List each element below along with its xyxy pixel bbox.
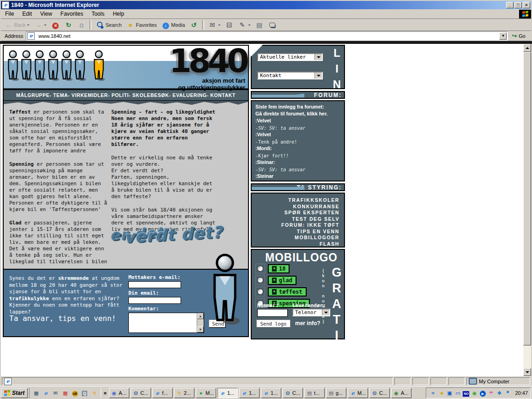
forum-post-author[interactable]: :Mordi: <box>255 145 340 151</box>
toolbar-button[interactable] <box>236 20 253 30</box>
menu-item[interactable]: Edit <box>18 10 36 18</box>
quicklaunch-icon[interactable] <box>80 389 89 397</box>
chevron-down-icon[interactable] <box>314 54 322 60</box>
toolbar-button[interactable] <box>202 20 204 30</box>
leverandor-dropdown[interactable]: Telenor <box>292 308 330 316</box>
sidebar-link[interactable]: TRAFIKKSKOLER <box>256 197 339 204</box>
tray-icon[interactable] <box>446 389 453 397</box>
taskbar-window-button[interactable]: M... <box>196 388 216 398</box>
menu-item[interactable]: File <box>1 10 18 18</box>
nav-link[interactable]: MÅLGRUPPE <box>16 92 50 98</box>
scrollbar-up-icon[interactable] <box>523 44 531 52</box>
toolbar-button[interactable] <box>266 20 278 30</box>
window-titlebar[interactable]: e 1840 - Microsoft Internet Explorer _ □… <box>1 1 531 9</box>
address-dropdown-button[interactable]: ▼ <box>499 32 507 40</box>
quicklaunch-icon[interactable] <box>42 389 50 397</box>
links-dropdown-kontakt[interactable]: Kontakt <box>257 72 323 79</box>
taskbar-window-button[interactable]: t... <box>304 388 325 398</box>
mobile-logo-preview[interactable]: 18 <box>268 264 290 273</box>
sidebar-link[interactable]: MOBILLOGOER <box>256 235 339 241</box>
mobile-logo-preview[interactable]: tøffest <box>268 287 307 296</box>
scroll-up-icon[interactable]: ▲ <box>197 313 204 319</box>
forum-post[interactable]: :Mordi: -Kjør fort!! <box>255 145 340 159</box>
dropdown-caret-icon[interactable] <box>44 24 47 27</box>
toolbar-button[interactable] <box>75 20 87 30</box>
restore-button[interactable]: □ <box>514 2 522 8</box>
nav-link[interactable]: VIRKEMIDLER <box>68 92 108 98</box>
tray-icon[interactable] <box>479 389 486 397</box>
taskbar-window-button[interactable]: M... <box>348 388 368 398</box>
sidebar-link[interactable]: SPØR EKSPERTEN <box>256 210 339 216</box>
taskbar-window-button[interactable]: g... <box>326 388 346 398</box>
sidebar-link[interactable]: TIPS EN VENN <box>256 229 339 235</box>
taskbar-window-button[interactable]: 1... <box>218 388 238 398</box>
taskbar-window-button[interactable]: 2... <box>174 388 194 398</box>
taskbar-window-button[interactable]: C... <box>283 388 303 398</box>
taskbar-window-button[interactable]: f... <box>152 388 173 398</box>
logo-radio-button[interactable] <box>257 266 263 272</box>
mer-info-link[interactable]: mer info? <box>295 320 320 326</box>
quicklaunch-icon[interactable] <box>32 389 40 397</box>
tray-icon[interactable] <box>437 389 445 397</box>
toolbar-button[interactable] <box>49 20 61 30</box>
nav-link[interactable]: EVALUERING <box>169 92 207 98</box>
tray-icon[interactable] <box>454 389 461 397</box>
dropdown-caret-icon[interactable] <box>248 24 251 27</box>
mobile-logo-preview[interactable]: glad <box>268 276 296 285</box>
forum-post-reply[interactable]: -Tenk på andre! <box>255 139 297 145</box>
forum-post-author[interactable]: :Steinar <box>255 173 340 179</box>
toolbar-button[interactable] <box>188 20 200 30</box>
quicklaunch-icon[interactable] <box>71 389 79 397</box>
taskbar-window-button[interactable]: A... <box>391 388 411 398</box>
logo-radio-button[interactable] <box>257 277 263 283</box>
logo-radio-button[interactable] <box>257 289 263 295</box>
toolbar-button[interactable] <box>254 20 266 30</box>
sidebar-link[interactable]: TEST DEG SELV <box>256 216 339 223</box>
forum-post-reply[interactable]: -SV: SV: ta ansvar <box>255 126 305 131</box>
go-button[interactable]: ↪ Go <box>512 32 526 39</box>
menu-item[interactable]: Tools <box>87 10 109 18</box>
menu-item[interactable]: Help <box>109 10 128 18</box>
toolbar-button[interactable] <box>62 20 74 30</box>
quicklaunch-icon[interactable] <box>51 389 60 397</box>
toolbar-button[interactable] <box>32 20 48 30</box>
toolbar-button[interactable] <box>224 20 236 30</box>
nav-link[interactable]: POLITI <box>108 92 129 98</box>
toolbar-button[interactable]: Back <box>3 20 31 30</box>
vertical-scrollbar[interactable] <box>523 44 531 376</box>
recipient-email-field[interactable] <box>128 281 181 288</box>
scroll-down-icon[interactable]: ▼ <box>197 326 204 332</box>
send-logo-button[interactable]: Send logo <box>256 320 290 327</box>
dropdown-caret-icon[interactable] <box>218 24 221 27</box>
forum-post-author[interactable]: :Steinar: <box>255 159 340 165</box>
taskbar-window-button[interactable]: C... <box>369 388 390 398</box>
nav-link[interactable]: SKOLEBESØK <box>129 92 169 98</box>
forum-post[interactable]: :Steinar: -SV: SV: ta ansvar <box>255 159 340 173</box>
scrollbar-thumb[interactable] <box>523 52 531 345</box>
taskbar-window-button[interactable]: C... <box>131 388 151 398</box>
textarea-scrollbar[interactable]: ▲ ▼ <box>197 313 204 332</box>
nummer-field[interactable] <box>257 309 288 317</box>
start-button[interactable]: Start <box>1 388 28 398</box>
forum-post[interactable]: :Velvet -SV: SV: ta ansvar <box>255 118 340 132</box>
nav-link[interactable]: TEMA <box>49 92 68 98</box>
tray-icon[interactable] <box>496 389 503 397</box>
tray-icon[interactable] <box>504 389 511 397</box>
toolbar-button[interactable] <box>206 20 223 30</box>
toolbar-button[interactable]: Media <box>160 20 187 30</box>
forum-post-author[interactable]: :Velvet <box>255 118 340 123</box>
close-button[interactable]: × <box>523 2 530 8</box>
forum-intro-link[interactable]: Gå direkte til forumet, klikk her. <box>255 111 340 117</box>
forum-post-author[interactable]: :Velvet <box>255 132 340 137</box>
links-dropdown-aktuelle[interactable]: Aktuelle linker <box>257 53 323 61</box>
comment-textarea[interactable]: ▲ ▼ <box>128 313 204 333</box>
toolbar-button[interactable]: Favorites <box>124 20 158 30</box>
sidebar-link[interactable]: FORUM: IKKE TØFT <box>256 222 339 229</box>
tray-icon[interactable] <box>487 389 495 397</box>
sidebar-link[interactable]: FLASH <box>256 241 339 248</box>
dropdown-caret-icon[interactable] <box>27 24 30 27</box>
quicklaunch-icon[interactable] <box>61 389 69 397</box>
nav-link[interactable]: KONTAKT <box>207 92 236 98</box>
scrollbar-down-icon[interactable] <box>523 368 531 376</box>
forum-post-reply[interactable]: -SV: SV: ta ansvar <box>255 167 305 172</box>
